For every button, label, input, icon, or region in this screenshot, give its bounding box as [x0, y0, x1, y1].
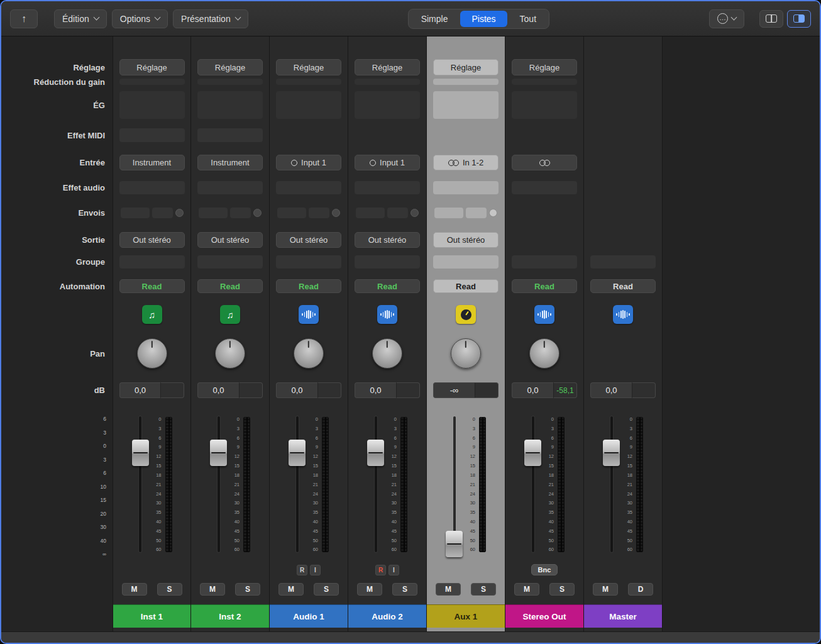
dim-button[interactable]: D	[628, 583, 653, 596]
mute-button[interactable]: M	[122, 583, 147, 596]
solo-button[interactable]: S	[549, 583, 575, 596]
audio-fx-slot[interactable]	[119, 181, 185, 194]
db-value[interactable]: 0,0	[590, 382, 632, 398]
settings-button[interactable]: Réglage	[433, 59, 499, 75]
automation-button[interactable]: Read	[512, 279, 577, 293]
send-slot[interactable]	[230, 208, 251, 218]
track-name[interactable]: Master	[584, 604, 662, 628]
send-knob[interactable]	[332, 209, 340, 217]
eq-display[interactable]	[433, 91, 499, 119]
horizontal-scrollbar-track[interactable]	[1, 631, 820, 643]
mute-button[interactable]: M	[357, 583, 382, 596]
record-enable-button[interactable]: R	[297, 565, 307, 575]
menu-presentation[interactable]: Présentation	[173, 9, 248, 28]
automation-button[interactable]: Read	[433, 279, 499, 293]
group-slot[interactable]	[197, 255, 263, 269]
solo-button[interactable]: S	[471, 583, 496, 596]
send-knob[interactable]	[410, 209, 419, 217]
send-slot[interactable]	[466, 208, 487, 218]
send-knob[interactable]	[253, 209, 262, 217]
track-name[interactable]: Aux 1	[427, 604, 505, 628]
settings-button[interactable]: Réglage	[276, 59, 341, 75]
settings-button[interactable]: Réglage	[197, 59, 263, 75]
automation-button[interactable]: Read	[197, 279, 263, 293]
send-knob[interactable]	[175, 209, 184, 217]
send-slot[interactable]	[152, 208, 173, 218]
pan-knob[interactable]	[294, 338, 324, 369]
eq-display[interactable]	[512, 91, 577, 119]
eq-display[interactable]	[197, 91, 263, 119]
audio-fx-slot[interactable]	[197, 181, 263, 194]
audio-fx-slot[interactable]	[512, 181, 577, 194]
output-button[interactable]: Out stéréo	[119, 232, 185, 248]
group-slot[interactable]	[276, 255, 341, 269]
volume-fader[interactable]	[367, 440, 384, 466]
send-slot[interactable]	[387, 208, 408, 218]
settings-button[interactable]: Réglage	[355, 59, 420, 75]
solo-button[interactable]: S	[392, 583, 417, 596]
dual-pane-view-button[interactable]	[787, 10, 811, 28]
volume-fader[interactable]	[132, 440, 149, 466]
pan-knob[interactable]	[215, 338, 245, 369]
group-slot[interactable]	[355, 255, 420, 269]
output-button[interactable]: Out stéréo	[276, 232, 341, 248]
db-value[interactable]: 0,0	[276, 382, 317, 398]
pan-knob[interactable]	[372, 338, 402, 369]
track-name[interactable]: Audio 2	[348, 604, 426, 628]
solo-button[interactable]: S	[314, 583, 339, 596]
pan-knob[interactable]	[137, 338, 167, 369]
send-slot[interactable]	[199, 208, 228, 218]
output-button[interactable]: Out stéréo	[355, 232, 420, 248]
group-slot[interactable]	[590, 255, 656, 269]
send-slot[interactable]	[434, 208, 463, 218]
db-value[interactable]: 0,0	[119, 382, 160, 398]
automation-button[interactable]: Read	[119, 279, 185, 293]
db-value[interactable]: -∞	[433, 382, 475, 398]
input-button[interactable]: Input 1	[276, 155, 341, 170]
mute-button[interactable]: M	[436, 583, 461, 596]
automation-button[interactable]: Read	[355, 279, 420, 293]
input-button[interactable]: Instrument	[197, 155, 263, 170]
volume-fader[interactable]	[603, 440, 620, 466]
pan-knob[interactable]	[529, 338, 559, 369]
input-button[interactable]: In 1-2	[433, 155, 499, 170]
settings-button[interactable]: Réglage	[512, 59, 577, 75]
volume-fader[interactable]	[289, 440, 306, 466]
input-monitor-button[interactable]: I	[310, 565, 321, 575]
send-slot[interactable]	[277, 208, 306, 218]
send-slot[interactable]	[356, 208, 385, 218]
eq-display[interactable]	[119, 91, 185, 119]
send-knob[interactable]	[489, 209, 497, 217]
volume-fader[interactable]	[524, 440, 541, 466]
solo-button[interactable]: S	[157, 583, 182, 596]
output-button[interactable]: Out stéréo	[433, 232, 499, 248]
input-button[interactable]	[512, 155, 577, 170]
single-pane-view-button[interactable]	[759, 10, 783, 28]
bounce-button[interactable]: Bnc	[531, 564, 558, 575]
track-name[interactable]: Stereo Out	[505, 604, 583, 628]
settings-button[interactable]: Réglage	[119, 59, 185, 75]
volume-fader[interactable]	[446, 531, 463, 557]
input-button[interactable]: Instrument	[119, 155, 185, 170]
record-enable-button[interactable]: R	[375, 565, 386, 575]
track-name[interactable]: Inst 2	[191, 604, 269, 628]
mute-button[interactable]: M	[278, 583, 304, 596]
input-monitor-button[interactable]: I	[388, 565, 399, 575]
audio-fx-slot[interactable]	[433, 181, 499, 194]
mute-button[interactable]: M	[593, 583, 618, 596]
group-slot[interactable]	[512, 255, 577, 269]
group-slot[interactable]	[119, 255, 185, 269]
db-value[interactable]: 0,0	[355, 382, 396, 398]
eq-display[interactable]	[355, 91, 420, 119]
menu-options[interactable]: Options	[112, 9, 168, 28]
track-name[interactable]: Inst 1	[113, 604, 190, 628]
solo-button[interactable]: S	[235, 583, 260, 596]
automation-button[interactable]: Read	[276, 279, 341, 293]
tab-simple[interactable]: Simple	[410, 11, 460, 27]
db-value[interactable]: 0,0	[197, 382, 239, 398]
group-slot[interactable]	[433, 255, 499, 269]
audio-fx-slot[interactable]	[355, 181, 420, 194]
pan-knob[interactable]	[451, 338, 481, 369]
midi-fx-slot[interactable]	[197, 128, 263, 142]
audio-fx-slot[interactable]	[276, 181, 341, 194]
